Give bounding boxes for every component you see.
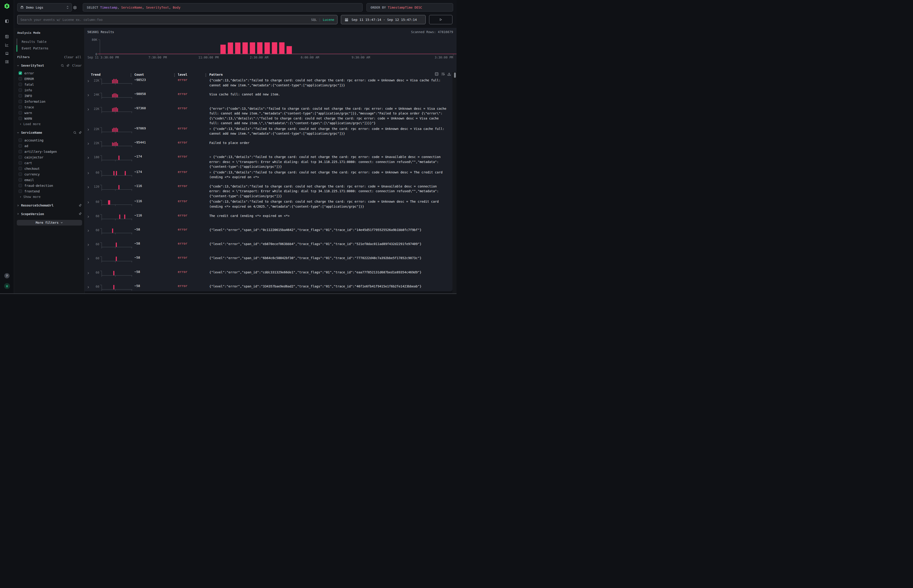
checkbox-unchecked[interactable] <box>19 77 22 81</box>
search-icon[interactable] <box>61 64 64 67</box>
column-header-count[interactable]: Count <box>134 73 144 76</box>
chevron-down-icon[interactable] <box>16 64 19 67</box>
checkbox-unchecked[interactable] <box>19 105 22 109</box>
checkbox-unchecked[interactable] <box>19 178 22 182</box>
chart-explorer-icon[interactable] <box>5 43 9 47</box>
pattern-cell[interactable]: {"level":"error","span_id":"6b64c6c58842… <box>209 255 447 261</box>
filter-option-currency[interactable]: currency <box>19 171 40 177</box>
filter-option-frontend[interactable]: frontend <box>19 188 40 194</box>
checkbox-unchecked[interactable] <box>19 189 22 193</box>
mode-sql-toggle[interactable]: SQL <box>311 18 317 21</box>
histogram-bar[interactable] <box>228 42 233 54</box>
mode-lucene-toggle[interactable]: Lucene <box>323 18 334 21</box>
filter-option-email[interactable]: email <box>19 177 34 183</box>
filter-option-info[interactable]: info <box>19 87 32 93</box>
run-query-button[interactable] <box>429 15 452 24</box>
pattern-row[interactable]: 60~58error{"level":"error","span_id":"cd… <box>84 270 453 284</box>
checkbox-checked[interactable] <box>19 71 22 75</box>
pattern-cell[interactable]: {"level":"error","span_id":"cddc331329e6… <box>209 270 447 275</box>
column-menu-icon[interactable] <box>173 73 176 78</box>
show-more-button[interactable]: Show more <box>19 194 40 200</box>
horizontal-scrollbar[interactable] <box>0 293 456 294</box>
pattern-cell[interactable]: {"level":"error","span_id":"334357bae9ed… <box>209 284 447 289</box>
pattern-cell[interactable]: {"level":"error","span_id":"eb870ecef063… <box>209 241 447 247</box>
chevron-right-icon[interactable] <box>16 212 19 215</box>
pattern-row[interactable]: 22K~97360error{"error":{"code":13,"detai… <box>84 106 453 126</box>
histogram-bar[interactable] <box>272 42 277 54</box>
pin-icon[interactable] <box>78 204 82 207</box>
checkbox-unchecked[interactable] <box>19 100 22 103</box>
results-histogram[interactable]: 80K0 <box>84 28 457 60</box>
histogram-bar[interactable] <box>243 42 248 54</box>
pattern-row[interactable]: 60~58error{"level":"error","span_id":"eb… <box>84 241 453 255</box>
vertical-scrollbar[interactable] <box>452 72 456 294</box>
filter-group-name[interactable]: ServiceName <box>21 131 42 134</box>
client-sessions-icon[interactable] <box>5 52 9 55</box>
clear-all-button[interactable]: Clear all <box>64 55 81 59</box>
pattern-cell[interactable]: × {"code":13,"details":"failed to charge… <box>209 154 447 170</box>
date-range-picker[interactable]: Sep 11 15:47:14 - Sep 12 15:47:14 <box>341 15 426 24</box>
checkbox-unchecked[interactable] <box>19 111 22 115</box>
column-header-pattern[interactable]: Pattern <box>209 73 223 76</box>
gear-icon[interactable] <box>73 6 77 10</box>
pattern-row[interactable]: 60~58error{"level":"error","span_id":"0c… <box>84 227 453 241</box>
pattern-row[interactable]: 120~116error{"code":13,"details":"failed… <box>84 184 453 199</box>
histogram-bar[interactable] <box>220 45 226 54</box>
analysis-mode-results-table[interactable]: Results Table <box>22 40 47 44</box>
filter-option-trace[interactable]: trace <box>19 104 34 110</box>
source-select[interactable]: Demo Logs <box>17 3 72 11</box>
code-icon[interactable] <box>435 72 439 76</box>
chevron-down-icon[interactable] <box>16 131 19 134</box>
download-icon[interactable] <box>447 72 451 76</box>
filter-group-clear-button[interactable]: Clear <box>72 64 82 67</box>
wrap-text-icon[interactable] <box>441 72 445 76</box>
pin-icon[interactable] <box>66 64 70 67</box>
pattern-row[interactable]: 22K~97069error× {"code":13,"details":"fa… <box>84 126 453 140</box>
pattern-row[interactable]: 60~174error× {"code":13,"details":"faile… <box>84 170 453 184</box>
chevron-right-icon[interactable] <box>16 204 19 207</box>
analysis-mode-event-patterns[interactable]: Event Patterns <box>22 47 49 50</box>
column-menu-icon[interactable] <box>130 73 133 78</box>
pattern-row[interactable]: 180~174error× {"code":13,"details":"fail… <box>84 154 453 170</box>
pattern-row[interactable]: 22K~95441errorFailed to place order <box>84 140 453 154</box>
checkbox-unchecked[interactable] <box>19 167 22 170</box>
pattern-cell[interactable]: The credit card (ending <*> expired on <… <box>209 213 447 219</box>
filter-option-accounting[interactable]: accounting <box>19 137 44 143</box>
column-menu-icon[interactable] <box>204 73 207 78</box>
filter-option-fraud-detection[interactable]: fraud-detection <box>19 183 53 188</box>
vertical-scrollbar-thumb[interactable] <box>454 73 456 78</box>
checkbox-unchecked[interactable] <box>19 94 22 97</box>
checkbox-unchecked[interactable] <box>19 144 22 147</box>
filter-option-ERROR[interactable]: ERROR <box>19 76 34 82</box>
histogram-bar[interactable] <box>287 46 292 54</box>
filter-option-ad[interactable]: ad <box>19 143 28 149</box>
column-header-level[interactable]: level <box>178 73 187 76</box>
pattern-cell[interactable]: × {"code":13,"details":"failed to charge… <box>209 170 447 180</box>
pattern-row[interactable]: 60~116error{"code":13,"details":"failed … <box>84 199 453 213</box>
checkbox-unchecked[interactable] <box>19 161 22 165</box>
search-input[interactable]: Search your events w/ Lucene ex. column:… <box>17 15 337 24</box>
histogram-bar[interactable] <box>235 42 240 54</box>
order-by-input[interactable]: ORDER BYTimestampTime DESC <box>366 3 453 11</box>
filter-option-cainjector[interactable]: cainjector <box>19 154 44 160</box>
pattern-row[interactable]: 60~116errorThe credit card (ending <*> e… <box>84 213 453 227</box>
pattern-cell[interactable]: {"code":13,"details":"failed to charge c… <box>209 199 447 210</box>
checkbox-unchecked[interactable] <box>19 83 22 86</box>
search-icon[interactable] <box>73 131 77 134</box>
filter-option-WARN[interactable]: WARN <box>19 116 32 121</box>
checkbox-unchecked[interactable] <box>19 150 22 153</box>
pattern-cell[interactable]: {"level":"error","span_id":"0c11220615ba… <box>209 227 447 233</box>
checkbox-unchecked[interactable] <box>19 173 22 176</box>
column-header-trend[interactable]: Trend <box>91 73 100 76</box>
filter-option-cart[interactable]: cart <box>19 160 32 166</box>
histogram-bar[interactable] <box>250 42 255 54</box>
filter-group-name[interactable]: SeverityText <box>21 64 44 67</box>
checkbox-unchecked[interactable] <box>19 139 22 142</box>
pin-icon[interactable] <box>78 212 82 216</box>
histogram-bar[interactable] <box>257 42 262 54</box>
filter-option-warn[interactable]: warn <box>19 110 32 116</box>
filter-option-INFO[interactable]: INFO <box>19 93 32 99</box>
filter-option-checkout[interactable]: checkout <box>19 166 40 171</box>
pin-icon[interactable] <box>78 131 82 134</box>
pattern-cell[interactable]: {"code":13,"details":"failed to charge c… <box>209 184 447 199</box>
